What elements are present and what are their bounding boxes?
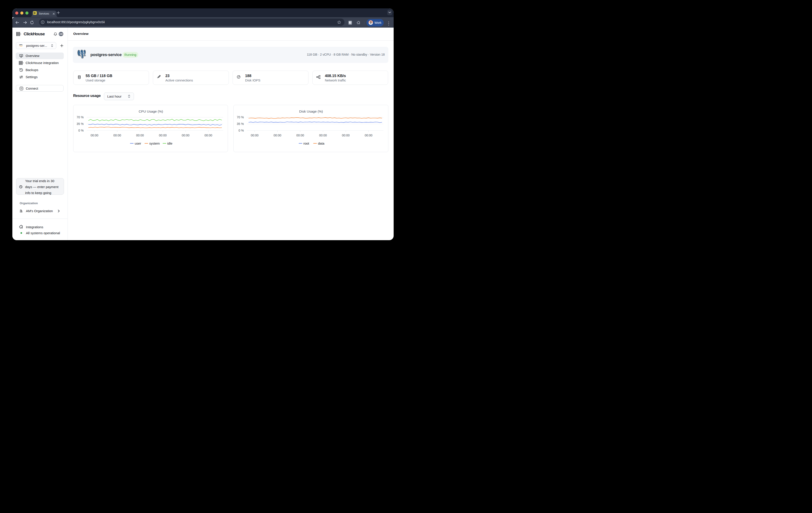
svg-text:00:00: 00:00 bbox=[113, 134, 121, 137]
svg-text:data: data bbox=[318, 141, 325, 145]
svg-text:00:00: 00:00 bbox=[273, 134, 281, 137]
svg-text:00:00: 00:00 bbox=[204, 134, 212, 137]
svg-text:00:00: 00:00 bbox=[90, 134, 98, 137]
svg-text:00:00: 00:00 bbox=[365, 134, 373, 137]
svg-text:00:00: 00:00 bbox=[136, 134, 144, 137]
svg-text:70 %: 70 % bbox=[237, 115, 244, 119]
svg-text:00:00: 00:00 bbox=[182, 134, 189, 137]
svg-text:70 %: 70 % bbox=[77, 115, 84, 119]
svg-text:aws: aws bbox=[20, 44, 23, 46]
svg-text:Disk Usage (%): Disk Usage (%) bbox=[299, 109, 323, 113]
svg-text:00:00: 00:00 bbox=[342, 134, 349, 137]
svg-text:root: root bbox=[303, 141, 309, 145]
svg-text:00:00: 00:00 bbox=[319, 134, 327, 137]
svg-text:0 %: 0 % bbox=[238, 129, 244, 132]
svg-text:system: system bbox=[149, 141, 160, 145]
svg-text:00:00: 00:00 bbox=[251, 134, 258, 137]
svg-text:35 %: 35 % bbox=[237, 122, 244, 125]
svg-text:CPU Usage (%): CPU Usage (%) bbox=[139, 109, 163, 113]
svg-text:user: user bbox=[135, 141, 141, 145]
svg-text:0 %: 0 % bbox=[78, 129, 83, 132]
svg-text:idle: idle bbox=[167, 141, 172, 145]
svg-text:00:00: 00:00 bbox=[296, 134, 304, 137]
svg-text:00:00: 00:00 bbox=[159, 134, 167, 137]
svg-text:35 %: 35 % bbox=[77, 122, 84, 125]
